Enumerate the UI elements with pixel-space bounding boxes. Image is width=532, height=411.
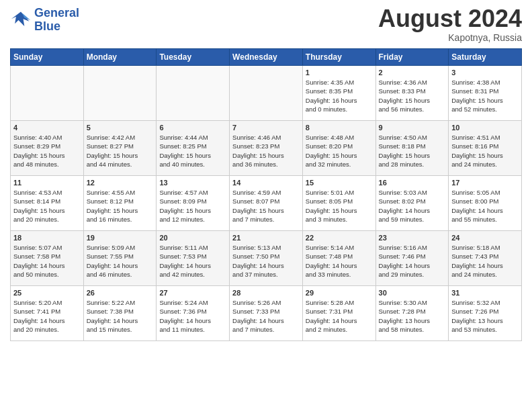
day-number: 18 (13, 234, 81, 242)
day-info: Sunrise: 4:42 AM Sunset: 8:27 PM Dayligh… (87, 133, 154, 169)
day-info: Sunrise: 5:30 AM Sunset: 7:28 PM Dayligh… (379, 298, 446, 334)
day-number: 5 (87, 124, 154, 132)
logo-icon (10, 9, 32, 31)
day-info: Sunrise: 4:40 AM Sunset: 8:29 PM Dayligh… (13, 133, 81, 169)
day-info: Sunrise: 5:07 AM Sunset: 7:58 PM Dayligh… (13, 243, 81, 279)
day-info: Sunrise: 5:24 AM Sunset: 7:36 PM Dayligh… (159, 298, 226, 334)
calendar-cell: 31Sunrise: 5:32 AM Sunset: 7:26 PM Dayli… (449, 286, 522, 341)
calendar-cell: 24Sunrise: 5:18 AM Sunset: 7:43 PM Dayli… (449, 231, 522, 286)
day-number: 4 (13, 124, 81, 132)
calendar-cell (157, 66, 230, 121)
day-number: 2 (379, 68, 446, 77)
logo-text-line1: General (34, 7, 79, 20)
calendar-cell: 13Sunrise: 4:57 AM Sunset: 8:09 PM Dayli… (157, 176, 230, 231)
day-info: Sunrise: 5:16 AM Sunset: 7:46 PM Dayligh… (379, 243, 446, 279)
day-info: Sunrise: 5:18 AM Sunset: 7:43 PM Dayligh… (451, 243, 519, 279)
day-info: Sunrise: 5:20 AM Sunset: 7:41 PM Dayligh… (13, 298, 81, 334)
calendar-week-2: 4Sunrise: 4:40 AM Sunset: 8:29 PM Daylig… (11, 121, 522, 176)
day-info: Sunrise: 4:36 AM Sunset: 8:33 PM Dayligh… (379, 78, 446, 113)
day-info: Sunrise: 5:28 AM Sunset: 7:31 PM Dayligh… (306, 298, 373, 334)
calendar-cell (230, 66, 303, 121)
calendar-cell: 14Sunrise: 4:59 AM Sunset: 8:07 PM Dayli… (230, 176, 303, 231)
day-info: Sunrise: 4:38 AM Sunset: 8:31 PM Dayligh… (451, 78, 519, 113)
calendar-cell: 19Sunrise: 5:09 AM Sunset: 7:55 PM Dayli… (83, 231, 157, 286)
day-number: 22 (306, 234, 373, 242)
header-saturday: Saturday (449, 49, 522, 66)
day-info: Sunrise: 5:05 AM Sunset: 8:00 PM Dayligh… (451, 188, 519, 224)
day-number: 24 (451, 234, 519, 242)
day-number: 21 (232, 234, 300, 242)
day-number: 31 (451, 289, 519, 297)
header-sunday: Sunday (11, 49, 84, 66)
day-number: 19 (87, 234, 154, 242)
location-subtitle: Kapotnya, Russia (378, 32, 522, 43)
calendar-cell: 29Sunrise: 5:28 AM Sunset: 7:31 PM Dayli… (302, 286, 375, 341)
calendar-cell: 10Sunrise: 4:51 AM Sunset: 8:16 PM Dayli… (449, 121, 522, 176)
day-info: Sunrise: 5:13 AM Sunset: 7:50 PM Dayligh… (232, 243, 300, 279)
page: General Blue August 2024 Kapotnya, Russi… (0, 0, 532, 348)
calendar-cell: 20Sunrise: 5:11 AM Sunset: 7:53 PM Dayli… (157, 231, 230, 286)
calendar-cell (83, 66, 157, 121)
day-number: 23 (379, 234, 446, 242)
day-number: 16 (379, 179, 446, 187)
day-number: 27 (159, 289, 226, 297)
calendar-cell: 6Sunrise: 4:44 AM Sunset: 8:25 PM Daylig… (157, 121, 230, 176)
header-monday: Monday (83, 49, 157, 66)
day-number: 1 (306, 68, 373, 77)
day-info: Sunrise: 4:57 AM Sunset: 8:09 PM Dayligh… (159, 188, 226, 224)
day-info: Sunrise: 4:35 AM Sunset: 8:35 PM Dayligh… (306, 78, 373, 113)
calendar-week-3: 11Sunrise: 4:53 AM Sunset: 8:14 PM Dayli… (11, 176, 522, 231)
day-number: 9 (379, 124, 446, 132)
header-row: Sunday Monday Tuesday Wednesday Thursday… (11, 49, 522, 66)
day-number: 6 (159, 124, 226, 132)
day-info: Sunrise: 5:03 AM Sunset: 8:02 PM Dayligh… (379, 188, 446, 224)
header-wednesday: Wednesday (230, 49, 303, 66)
day-number: 29 (306, 289, 373, 297)
title-area: August 2024 Kapotnya, Russia (378, 7, 522, 43)
day-number: 3 (451, 68, 519, 77)
month-year-title: August 2024 (378, 7, 522, 31)
calendar-cell: 22Sunrise: 5:14 AM Sunset: 7:48 PM Dayli… (302, 231, 375, 286)
calendar-cell: 4Sunrise: 4:40 AM Sunset: 8:29 PM Daylig… (11, 121, 84, 176)
calendar-cell: 2Sunrise: 4:36 AM Sunset: 8:33 PM Daylig… (375, 66, 449, 121)
day-info: Sunrise: 4:46 AM Sunset: 8:23 PM Dayligh… (232, 133, 300, 169)
calendar-cell: 21Sunrise: 5:13 AM Sunset: 7:50 PM Dayli… (230, 231, 303, 286)
day-info: Sunrise: 4:50 AM Sunset: 8:18 PM Dayligh… (379, 133, 446, 169)
day-number: 12 (87, 179, 154, 187)
calendar-cell: 23Sunrise: 5:16 AM Sunset: 7:46 PM Dayli… (375, 231, 449, 286)
day-number: 20 (159, 234, 226, 242)
header: General Blue August 2024 Kapotnya, Russi… (10, 7, 522, 43)
day-info: Sunrise: 5:11 AM Sunset: 7:53 PM Dayligh… (159, 243, 226, 279)
calendar-cell: 15Sunrise: 5:01 AM Sunset: 8:05 PM Dayli… (302, 176, 375, 231)
day-number: 10 (451, 124, 519, 132)
day-number: 11 (13, 179, 81, 187)
calendar-table: Sunday Monday Tuesday Wednesday Thursday… (10, 48, 522, 341)
day-number: 28 (232, 289, 300, 297)
calendar-cell: 30Sunrise: 5:30 AM Sunset: 7:28 PM Dayli… (375, 286, 449, 341)
day-number: 25 (13, 289, 81, 297)
calendar-cell: 1Sunrise: 4:35 AM Sunset: 8:35 PM Daylig… (302, 66, 375, 121)
day-number: 17 (451, 179, 519, 187)
calendar-header: Sunday Monday Tuesday Wednesday Thursday… (11, 49, 522, 66)
logo-text-line2: Blue (34, 20, 79, 34)
calendar-cell: 7Sunrise: 4:46 AM Sunset: 8:23 PM Daylig… (230, 121, 303, 176)
day-info: Sunrise: 4:53 AM Sunset: 8:14 PM Dayligh… (13, 188, 81, 224)
day-number: 30 (379, 289, 446, 297)
calendar-cell: 17Sunrise: 5:05 AM Sunset: 8:00 PM Dayli… (449, 176, 522, 231)
calendar-cell: 25Sunrise: 5:20 AM Sunset: 7:41 PM Dayli… (11, 286, 84, 341)
calendar-cell: 11Sunrise: 4:53 AM Sunset: 8:14 PM Dayli… (11, 176, 84, 231)
day-info: Sunrise: 5:22 AM Sunset: 7:38 PM Dayligh… (87, 298, 154, 334)
day-info: Sunrise: 4:55 AM Sunset: 8:12 PM Dayligh… (87, 188, 154, 224)
calendar-cell: 9Sunrise: 4:50 AM Sunset: 8:18 PM Daylig… (375, 121, 449, 176)
day-info: Sunrise: 5:01 AM Sunset: 8:05 PM Dayligh… (306, 188, 373, 224)
day-number: 7 (232, 124, 300, 132)
calendar-cell: 16Sunrise: 5:03 AM Sunset: 8:02 PM Dayli… (375, 176, 449, 231)
day-info: Sunrise: 5:26 AM Sunset: 7:33 PM Dayligh… (232, 298, 300, 334)
day-info: Sunrise: 4:51 AM Sunset: 8:16 PM Dayligh… (451, 133, 519, 169)
day-info: Sunrise: 5:14 AM Sunset: 7:48 PM Dayligh… (306, 243, 373, 279)
day-number: 14 (232, 179, 300, 187)
logo: General Blue (10, 7, 79, 34)
calendar-week-4: 18Sunrise: 5:07 AM Sunset: 7:58 PM Dayli… (11, 231, 522, 286)
calendar-cell (11, 66, 84, 121)
calendar-cell: 27Sunrise: 5:24 AM Sunset: 7:36 PM Dayli… (157, 286, 230, 341)
